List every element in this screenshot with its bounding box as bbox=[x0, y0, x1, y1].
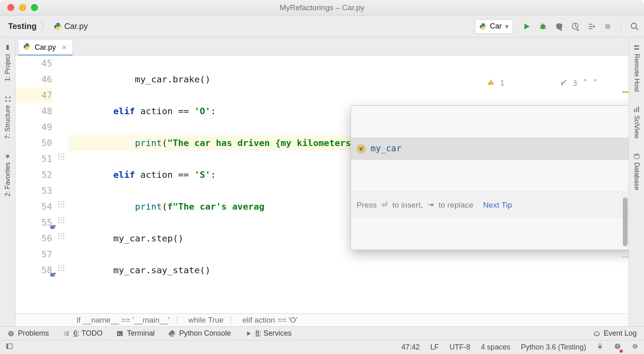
svg-rect-18 bbox=[638, 106, 639, 112]
breadcrumb-segment[interactable]: elif action == 'O' bbox=[243, 316, 298, 325]
close-window-button[interactable] bbox=[7, 4, 14, 11]
remote-icon bbox=[633, 44, 640, 51]
breadcrumb-file[interactable]: Car.py bbox=[64, 22, 88, 31]
tab-key-icon: ⇥ bbox=[428, 197, 434, 213]
read-only-toggle[interactable] bbox=[597, 343, 603, 352]
tool-window-remote-host[interactable]: Remote Host bbox=[633, 44, 640, 92]
completion-footer: Press ⏎ to insert, ⇥ to replace Next Tip… bbox=[351, 192, 629, 218]
editor-tab-active[interactable]: Car.py ✕ bbox=[18, 39, 73, 55]
services-icon bbox=[245, 330, 252, 337]
fold-handle[interactable] bbox=[58, 201, 64, 207]
caret-position[interactable]: 47:42 bbox=[401, 343, 420, 352]
svg-rect-21 bbox=[11, 332, 11, 334]
maximize-window-button[interactable] bbox=[31, 4, 38, 11]
override-marker-icon[interactable] bbox=[50, 219, 56, 226]
prev-highlight-button[interactable]: ˄ bbox=[583, 75, 587, 91]
sciview-icon bbox=[633, 106, 640, 113]
next-highlight-button[interactable]: ˅ bbox=[593, 75, 598, 91]
fold-handle[interactable] bbox=[58, 217, 64, 223]
code-editor[interactable]: 45 46 47 48 49 50 51 52 53 54 55 56 57 5… bbox=[15, 55, 629, 313]
scroll-marker-warning[interactable] bbox=[622, 91, 629, 93]
minimize-window-button[interactable] bbox=[19, 4, 26, 11]
todo-icon bbox=[63, 330, 70, 337]
svg-point-0 bbox=[56, 23, 57, 24]
close-tab-button[interactable]: ✕ bbox=[62, 44, 67, 51]
mnemonic: 8 bbox=[256, 329, 260, 337]
run-concurrency-button[interactable] bbox=[587, 22, 596, 31]
bottom-tool-bar: Problems 6: TODO Terminal Python Console… bbox=[0, 326, 644, 340]
fold-handle[interactable] bbox=[58, 233, 64, 239]
breadcrumb-separator: 〉 bbox=[40, 19, 51, 33]
enter-key-icon: ⏎ bbox=[382, 197, 388, 213]
tool-window-python-console[interactable]: Python Console bbox=[168, 329, 231, 338]
tool-windows-quick-access[interactable] bbox=[6, 343, 13, 352]
ok-icon bbox=[510, 60, 567, 107]
window-title: MyRefactorings – Car.py bbox=[0, 3, 644, 12]
python-file-icon bbox=[23, 43, 31, 52]
svg-point-1 bbox=[59, 29, 60, 29]
variable-icon: v bbox=[357, 144, 366, 153]
label: : Services bbox=[260, 329, 292, 337]
python-file-icon bbox=[54, 22, 62, 31]
code-content[interactable]: my_car.brake() elif action == 'O': print… bbox=[68, 55, 622, 313]
python-interpreter[interactable]: Python 3.6 (Testing) bbox=[521, 343, 586, 352]
breadcrumb-root[interactable]: Testing bbox=[8, 22, 37, 31]
override-marker-icon[interactable] bbox=[50, 267, 56, 274]
svg-rect-8 bbox=[5, 100, 7, 102]
file-encoding[interactable]: UTF-8 bbox=[450, 343, 470, 352]
scroll-marker[interactable] bbox=[622, 256, 629, 258]
navigation-toolbar: Testing 〉 Car.py Car ▾ bbox=[0, 15, 644, 38]
label: : TODO bbox=[77, 329, 102, 337]
breadcrumb-segment[interactable]: if __name__ == '__main__' bbox=[77, 316, 170, 325]
database-icon bbox=[633, 153, 640, 160]
ide-errors-icon[interactable]: ? bbox=[614, 343, 621, 352]
breadcrumb-separator: 〉 bbox=[174, 314, 183, 326]
inspection-indicator[interactable]: 1 3 ˄ ˅ bbox=[437, 60, 598, 107]
tab-label: Car.py bbox=[35, 43, 56, 52]
tool-window-sciview[interactable]: SciView bbox=[633, 106, 640, 139]
memory-indicator-icon[interactable] bbox=[632, 343, 638, 352]
tool-window-problems[interactable]: Problems bbox=[7, 329, 49, 338]
completion-hint: Press ⏎ to insert, ⇥ to replace Next Tip bbox=[357, 197, 512, 213]
fold-handle[interactable] bbox=[58, 154, 64, 159]
tool-window-favorites[interactable]: 2: Favorites ★ bbox=[4, 153, 11, 197]
terminal-icon bbox=[116, 330, 124, 337]
svg-rect-23 bbox=[117, 331, 123, 336]
profile-button[interactable] bbox=[571, 22, 580, 31]
tool-window-label: SciView bbox=[633, 115, 640, 139]
indent-setting[interactable]: 4 spaces bbox=[481, 343, 510, 352]
completion-item[interactable]: v my_car bbox=[351, 137, 629, 160]
code-text: my_car.step() bbox=[113, 233, 183, 243]
tool-window-todo[interactable]: 6: TODO bbox=[63, 329, 102, 338]
debug-button[interactable] bbox=[538, 22, 547, 31]
code-text: : bbox=[210, 106, 216, 116]
tool-window-label: 7: Structure bbox=[4, 105, 11, 139]
scroll-thumb[interactable] bbox=[623, 197, 628, 246]
svg-rect-25 bbox=[7, 344, 8, 349]
stop-button bbox=[604, 22, 612, 31]
svg-text:?: ? bbox=[616, 344, 619, 348]
run-button[interactable] bbox=[522, 22, 531, 31]
editor-scrollbar[interactable] bbox=[622, 55, 629, 313]
run-coverage-button[interactable] bbox=[555, 22, 564, 31]
completion-text: my_car bbox=[371, 141, 401, 157]
svg-rect-22 bbox=[11, 335, 11, 336]
tool-window-structure[interactable]: 7: Structure bbox=[4, 95, 11, 139]
breadcrumb-segment[interactable]: while True bbox=[188, 316, 224, 325]
tool-window-terminal[interactable]: Terminal bbox=[116, 329, 154, 338]
line-separator[interactable]: LF bbox=[430, 343, 439, 352]
kw: elif bbox=[113, 106, 135, 116]
status-bar: 47:42 LF UTF-8 4 spaces Python 3.6 (Test… bbox=[0, 340, 644, 354]
tool-window-services[interactable]: 8: Services bbox=[245, 329, 292, 338]
fold-handle[interactable] bbox=[58, 265, 64, 271]
svg-point-5 bbox=[631, 23, 637, 28]
tool-window-project[interactable]: 1: Project ▮ bbox=[4, 44, 11, 82]
structure-icon bbox=[4, 95, 11, 103]
tool-window-event-log[interactable]: Event Log bbox=[593, 329, 637, 338]
next-tip-link[interactable]: Next Tip bbox=[483, 197, 512, 213]
search-everywhere-button[interactable] bbox=[630, 22, 639, 31]
run-configuration-selector[interactable]: Car ▾ bbox=[475, 19, 513, 34]
ok-count: 3 bbox=[573, 75, 577, 91]
tool-window-database[interactable]: Database bbox=[633, 153, 640, 190]
run-toolbar bbox=[522, 21, 639, 32]
